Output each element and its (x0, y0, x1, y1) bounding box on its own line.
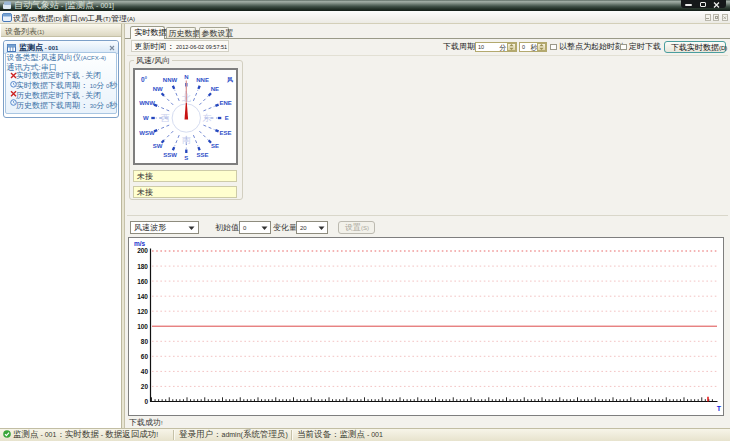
svg-text:S: S (184, 155, 188, 161)
svg-text:m/s: m/s (134, 240, 146, 247)
svg-text:WNW: WNW (139, 100, 155, 106)
svg-text:0°: 0° (141, 76, 148, 83)
svg-text:T: T (717, 405, 722, 412)
svg-text:NE: NE (211, 86, 219, 92)
svg-text:120: 120 (137, 308, 148, 315)
svg-text:N: N (184, 74, 188, 80)
svg-text:SSE: SSE (197, 152, 209, 158)
svg-text:E: E (225, 115, 229, 121)
svg-text:140: 140 (137, 293, 148, 300)
svg-text:0: 0 (144, 398, 148, 405)
svg-text:60: 60 (141, 353, 149, 360)
svg-text:ESE: ESE (220, 130, 232, 136)
svg-text:160: 160 (137, 278, 148, 285)
svg-text:SW: SW (153, 143, 163, 149)
svg-text:东: 东 (202, 113, 212, 123)
svg-text:SE: SE (211, 143, 219, 149)
svg-text:40: 40 (141, 368, 149, 375)
svg-text:NNE: NNE (196, 77, 209, 83)
svg-text:80: 80 (141, 338, 149, 345)
svg-text:W: W (143, 115, 149, 121)
svg-text:20: 20 (141, 383, 149, 390)
svg-text:SSW: SSW (163, 152, 177, 158)
svg-text:NNW: NNW (163, 77, 178, 83)
svg-text:ENE: ENE (219, 100, 231, 106)
svg-text:NW: NW (153, 86, 163, 92)
svg-text:风: 风 (226, 76, 233, 83)
svg-text:200: 200 (137, 247, 148, 254)
svg-text:180: 180 (137, 263, 148, 270)
svg-text:西: 西 (161, 113, 170, 123)
svg-text:南: 南 (182, 135, 191, 145)
svg-text:WSW: WSW (139, 130, 155, 136)
svg-text:100: 100 (137, 323, 148, 330)
